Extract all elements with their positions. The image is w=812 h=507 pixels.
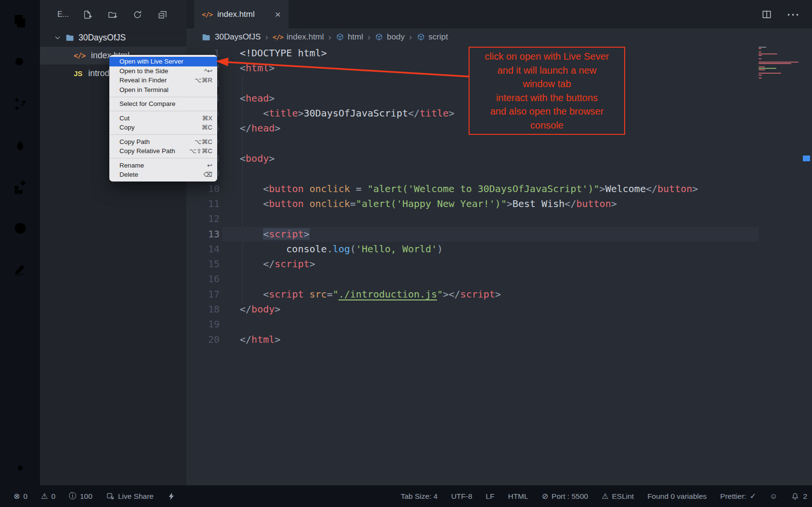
status-item-live-share[interactable]: Live Share [106, 492, 154, 501]
folder-row-30daysofjs[interactable]: 30DaysOfJS [40, 29, 186, 47]
status-label: Found 0 variables [647, 492, 707, 501]
status-item-utf-8[interactable]: UTF-8 [451, 492, 472, 501]
html-file-icon: </> [202, 11, 212, 18]
tab-close-icon[interactable]: × [275, 9, 281, 20]
history-icon[interactable] [12, 220, 29, 237]
collapse-all-icon[interactable] [157, 10, 168, 20]
status-item-lf[interactable]: LF [486, 492, 495, 501]
context-menu-item-delete[interactable]: Delete⌫ [109, 170, 217, 180]
context-menu-item-select-for-compare[interactable]: Select for Compare [109, 99, 217, 109]
run-debug-icon[interactable] [12, 137, 29, 154]
breadcrumb-separator-icon: › [261, 32, 272, 42]
context-menu-item-rename[interactable]: Rename↩ [109, 161, 217, 170]
context-menu-item-reveal-in-finder[interactable]: Reveal in Finder⌥⌘R [109, 76, 217, 85]
explorer-icon[interactable] [12, 13, 29, 30]
menu-item-shortcut: ⌘C [202, 124, 212, 131]
code-line-content: <title>30DaysOfJavaScript</title> [220, 106, 455, 121]
menu-separator [110, 111, 217, 111]
menu-item-shortcut: ↩ [207, 162, 212, 169]
menu-item-shortcut: ⌫ [204, 171, 212, 178]
context-menu-item-cut[interactable]: Cut⌘X [109, 114, 217, 123]
search-icon[interactable] [12, 54, 29, 71]
warning-icon: ⚠ [41, 492, 48, 501]
status-label: Live Share [118, 492, 154, 501]
menu-item-shortcut: ⌥⌘R [195, 77, 212, 84]
breadcrumb-label: 30DaysOfJS [215, 32, 261, 42]
menu-separator [110, 158, 217, 158]
new-file-icon[interactable] [82, 10, 92, 20]
code-line-content: <html> [220, 61, 275, 76]
minimap[interactable] [759, 47, 800, 79]
status-item-bolt[interactable] [167, 492, 176, 501]
code-line-content: <button onclick = "alert('Welcome to 30D… [220, 182, 698, 196]
activity-bar [0, 0, 40, 485]
menu-item-label: Open in Terminal [119, 86, 169, 93]
menu-item-label: Open with Live Server [119, 58, 183, 65]
context-menu-item-copy-relative-path[interactable]: Copy Relative Path⌥⇧⌘C [109, 146, 217, 156]
line-number: 17 [186, 287, 220, 302]
menu-item-shortcut: ⌘X [202, 115, 212, 122]
breadcrumb-item-30daysofjs[interactable]: 30DaysOfJS [201, 32, 261, 42]
explorer-header: E... [40, 0, 186, 29]
context-menu-item-open-with-live-server[interactable]: Open with Live Server [109, 57, 217, 66]
code-line-11: 11 <button onclick="alert('Happy New Yea… [186, 196, 759, 211]
breadcrumb-item-script[interactable]: script [417, 32, 448, 42]
menu-separator [110, 97, 217, 97]
status-item-0[interactable]: ⊗0 [13, 492, 27, 501]
status-item-prettier[interactable]: Prettier:✓ [720, 492, 756, 501]
status-bar: ⊗0⚠0ⓘ100Live Share Tab Size: 4UTF-8LFHTM… [0, 485, 812, 507]
extensions-icon[interactable] [12, 178, 29, 195]
annotation-line: window tab [523, 77, 571, 91]
context-menu-item-open-to-the-side[interactable]: Open to the Side^↩ [109, 66, 217, 76]
breadcrumb-separator-icon: › [405, 32, 416, 42]
status-item-smiley[interactable]: ☺ [770, 492, 777, 501]
context-menu-item-open-in-terminal[interactable]: Open in Terminal [109, 85, 217, 95]
status-item-100[interactable]: ⓘ100 [69, 491, 92, 501]
vscode-window: E... 30DaysOfJS </> index.html JS introd… [0, 0, 812, 507]
context-menu: Open with Live ServerOpen to the Side^↩R… [109, 55, 217, 182]
breadcrumb-separator-icon: › [324, 32, 336, 42]
tab-index-html[interactable]: </> index.html × [194, 0, 288, 28]
more-actions-icon[interactable]: ⋯ [786, 7, 799, 22]
warning-icon: ⚠ [602, 492, 608, 501]
line-number: 18 [186, 302, 220, 317]
status-item-tab-size-4[interactable]: Tab Size: 4 [401, 492, 438, 501]
status-label: 100 [80, 492, 92, 501]
code-line-content [220, 272, 240, 286]
code-line-17: 17 <script src="./introduction.js"></scr… [186, 287, 759, 302]
breadcrumb-label: index.html [287, 32, 324, 42]
line-number: 11 [186, 196, 220, 211]
new-folder-icon[interactable] [107, 10, 118, 20]
menu-item-label: Open to the Side [119, 67, 168, 75]
split-editor-icon[interactable] [761, 9, 772, 20]
breadcrumb-item-html[interactable]: html [336, 32, 363, 42]
breadcrumb-item-index-html[interactable]: </>index.html [273, 32, 324, 42]
status-item-found-0-variables[interactable]: Found 0 variables [647, 492, 707, 501]
refresh-icon[interactable] [132, 10, 143, 20]
code-line-13: 13 <script> [186, 227, 759, 242]
settings-icon[interactable] [12, 459, 29, 477]
menu-item-shortcut: ⌥⌘C [195, 138, 212, 145]
context-menu-item-copy-path[interactable]: Copy Path⌥⌘C [109, 137, 217, 147]
source-control-icon[interactable] [12, 95, 29, 113]
feedback-icon[interactable] [12, 261, 29, 278]
status-item-eslint[interactable]: ⚠ESLint [602, 492, 634, 501]
status-label: ESLint [612, 492, 634, 501]
tab-bar: </> index.html × ⋯ [186, 0, 812, 28]
tab-label: index.html [217, 10, 254, 19]
status-item-html[interactable]: HTML [508, 492, 528, 501]
status-item-2[interactable]: 2 [791, 492, 807, 501]
cube-icon [417, 33, 425, 41]
status-label: 0 [51, 492, 55, 501]
context-menu-item-copy[interactable]: Copy⌘C [109, 123, 217, 132]
bell-icon [791, 492, 799, 501]
line-number: 20 [186, 332, 220, 347]
status-item-0[interactable]: ⚠0 [41, 492, 55, 501]
code-line-content: <button onclick="alert('Happy New Year!'… [220, 196, 617, 211]
status-item-port-5500[interactable]: ⊘Port : 5500 [542, 492, 588, 501]
annotation-line: and it will launch a new [498, 64, 597, 78]
code-line-content: </html> [220, 332, 280, 347]
scrollbar-selection-marker [803, 156, 810, 161]
code-line-19: 19 [186, 317, 759, 332]
breadcrumb-item-body[interactable]: body [375, 32, 405, 42]
